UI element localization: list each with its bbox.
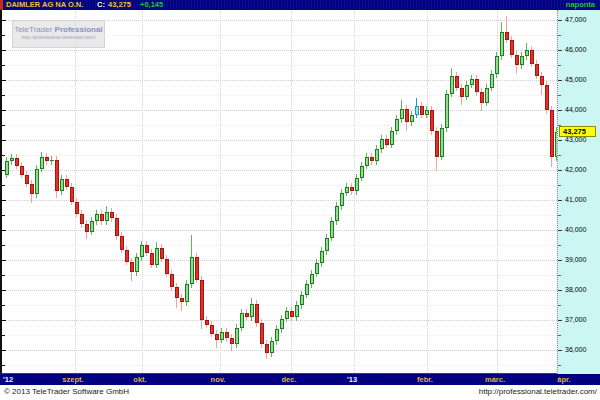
candle: [40, 157, 44, 169]
price-axis-tick: [558, 20, 562, 21]
candle: [100, 214, 104, 222]
candle: [175, 287, 179, 298]
price-axis-label: 44,000: [565, 106, 586, 114]
left-axis-tick-minor: [2, 305, 5, 306]
candle: [150, 253, 154, 265]
candle: [220, 332, 224, 340]
candle: [460, 88, 464, 97]
price-axis-tick-minor: [558, 335, 561, 336]
month-label: szept.: [62, 374, 83, 385]
candle: [240, 313, 244, 328]
candle: [255, 304, 259, 324]
candle: [515, 55, 519, 66]
price-gridline: [2, 200, 557, 201]
candle: [380, 139, 384, 150]
price-axis-tick: [558, 50, 562, 51]
candle: [340, 193, 344, 207]
time-axis-bar[interactable]: '12szept.okt.nov.dec.'13febr.márc.ápr.: [0, 374, 600, 385]
candle: [15, 158, 19, 166]
candle: [130, 262, 134, 273]
price-gridline-minor: [2, 245, 557, 246]
candlestick-plot-area[interactable]: TeleTrader Professional http://professio…: [0, 10, 557, 374]
candle: [510, 40, 514, 55]
interval-selector[interactable]: naponta: [566, 0, 595, 10]
watermark-brand: TeleTrader Professional: [13, 25, 104, 34]
left-axis-tick: [2, 290, 6, 291]
candle: [420, 106, 424, 115]
month-label: okt.: [133, 374, 146, 385]
price-axis-tick-minor: [558, 95, 561, 96]
price-axis-tick: [558, 140, 562, 141]
candle: [440, 128, 444, 157]
left-axis-tick: [2, 200, 6, 201]
copyright-text: © 2013 TeleTrader Software GmbH: [4, 387, 129, 396]
footer: © 2013 TeleTrader Software GmbH http://p…: [0, 385, 600, 400]
candle: [550, 110, 554, 157]
price-axis-tick: [558, 290, 562, 291]
price-axis-tick-minor: [558, 185, 561, 186]
candle: [390, 131, 394, 145]
watermark: TeleTrader Professional http://professio…: [12, 20, 105, 48]
price-axis[interactable]: 43,275 47,00046,00045,00044,00043,00042,…: [557, 10, 600, 374]
candle: [170, 274, 174, 288]
price-gridline-minor: [2, 335, 557, 336]
candle: [475, 79, 479, 93]
candle: [350, 187, 354, 192]
left-axis-tick-minor: [2, 215, 5, 216]
price-axis-tick: [558, 230, 562, 231]
candle: [540, 76, 544, 85]
left-axis-tick-minor: [2, 185, 5, 186]
price-gridline-minor: [2, 305, 557, 306]
candle: [310, 274, 314, 285]
price-gridline: [2, 260, 557, 261]
price-gridline: [2, 170, 557, 171]
candle: [405, 109, 409, 123]
candle: [455, 76, 459, 88]
price-axis-tick-minor: [558, 215, 561, 216]
candle: [145, 245, 149, 253]
candle: [290, 311, 294, 317]
left-axis-tick-minor: [2, 245, 5, 246]
candle: [395, 119, 399, 131]
candle: [275, 329, 279, 341]
month-gridline: [220, 10, 221, 373]
candle: [260, 323, 264, 344]
candle: [125, 250, 129, 262]
candle: [375, 149, 379, 161]
price-gridline: [2, 140, 557, 141]
candle: [155, 248, 159, 265]
month-label: febr.: [417, 374, 433, 385]
candle: [535, 64, 539, 76]
month-gridline: [354, 10, 355, 373]
left-axis-tick: [2, 140, 6, 141]
price-axis-label: 36,000: [565, 346, 586, 354]
month-label: nov.: [211, 374, 226, 385]
candle: [75, 202, 79, 214]
left-axis-tick: [2, 20, 6, 21]
candle: [465, 85, 469, 97]
candle: [425, 110, 429, 115]
candle: [35, 169, 39, 195]
month-gridline: [142, 10, 143, 373]
month-label: dec.: [281, 374, 296, 385]
candle: [370, 157, 374, 162]
candle: [450, 76, 454, 94]
close-value: 43,275: [108, 0, 131, 10]
price-gridline-minor: [2, 155, 557, 156]
candle: [400, 109, 404, 120]
price-axis-tick-minor: [558, 275, 561, 276]
price-axis-tick: [558, 260, 562, 261]
candle: [435, 131, 439, 157]
candle: [485, 88, 489, 103]
candle: [545, 85, 549, 111]
month-label: ápr.: [557, 374, 570, 385]
price-axis-label: 43,000: [565, 136, 586, 144]
header-accent-bar: [0, 0, 3, 10]
candle: [90, 221, 94, 232]
left-axis-tick: [2, 80, 6, 81]
footer-url: http://professional.teletrader.com/: [479, 387, 597, 396]
price-gridline-minor: [2, 365, 557, 366]
price-axis-label: 38,000: [565, 286, 586, 294]
candle: [160, 248, 164, 259]
candle: [95, 214, 99, 222]
